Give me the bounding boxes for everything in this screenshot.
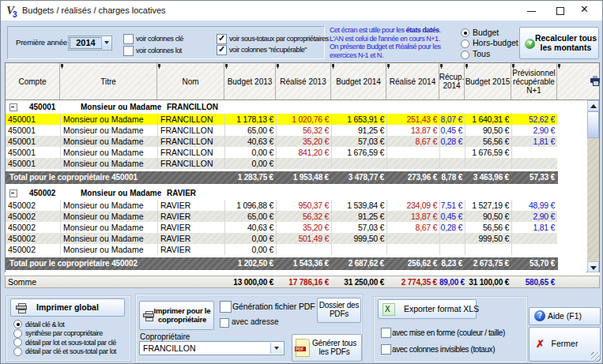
column-splitter-pin-icon[interactable] bbox=[558, 64, 560, 67]
vertical-scrollbar[interactable] bbox=[587, 100, 599, 272]
group-total-cell: 3 463,96 € bbox=[465, 171, 511, 184]
amount-cell: 56,32 € bbox=[276, 211, 331, 222]
amount-cell: 65,00 € bbox=[224, 125, 276, 136]
budget-filter-radio[interactable] bbox=[461, 51, 469, 59]
amount-cell bbox=[331, 244, 386, 255]
owner-combobox-value: FRANCILLON bbox=[143, 343, 196, 353]
column-header-9[interactable]: Budget 2015 bbox=[465, 63, 511, 99]
radio-dot-icon bbox=[464, 32, 467, 35]
table-row[interactable]: 450001Monsieur ou MadameFRANCILLON0,00 € bbox=[6, 158, 557, 169]
budget-filter-radio[interactable] bbox=[461, 39, 469, 48]
text-cell: Monsieur ou Madame bbox=[60, 200, 157, 211]
amount-cell bbox=[465, 158, 511, 169]
generate-all-pdfs-button[interactable]: PDF Générer tous les PDFs bbox=[292, 334, 362, 362]
print-owner-button[interactable]: Imprimer pour le copropriétaire bbox=[139, 301, 214, 330]
column-header-5[interactable]: Réalisé 2013 bbox=[276, 63, 331, 99]
group-total-cell: 3 478,77 € bbox=[331, 171, 386, 184]
print-option-radio[interactable] bbox=[13, 338, 22, 347]
column-header-4[interactable]: Budget 2013 bbox=[224, 63, 276, 99]
scroll-up-button[interactable] bbox=[587, 100, 599, 111]
column-header-1[interactable]: Compte bbox=[6, 63, 60, 99]
resize-grip[interactable] bbox=[591, 352, 601, 362]
with-address-checkbox[interactable] bbox=[220, 318, 229, 328]
collapse-icon[interactable] bbox=[9, 103, 17, 111]
view-option-checkbox[interactable] bbox=[123, 34, 134, 44]
group-name: FRANCILLON bbox=[167, 100, 218, 114]
column-header-2[interactable]: Titre bbox=[60, 63, 157, 99]
pdf-generation-label: Génération fichier PDF bbox=[232, 302, 315, 311]
text-cell: 450002 bbox=[6, 222, 60, 233]
view-option-checkbox[interactable]: ✓ bbox=[217, 34, 227, 44]
amount-cell bbox=[511, 158, 557, 169]
table-row[interactable]: 450001Monsieur ou MadameFRANCILLON40,63 … bbox=[6, 136, 557, 147]
amount-cell: 91,25 € bbox=[331, 211, 386, 222]
column-header-8[interactable]: Récup. 2014 bbox=[439, 63, 465, 99]
table-row[interactable]: 450002Monsieur ou MadameRAVIER1 096,88 €… bbox=[6, 200, 557, 211]
table-row[interactable]: 450002Monsieur ou MadameRAVIER40,63 €35,… bbox=[6, 222, 557, 233]
export-xls-button[interactable]: X Exporter format XLS bbox=[378, 299, 477, 319]
group-header-row[interactable]: 450002Monsieur ou MadameRAVIER bbox=[6, 186, 586, 200]
table-row[interactable]: 450002Monsieur ou MadameRAVIER0,00 €501,… bbox=[6, 233, 557, 244]
group-total-cell: 1 543,36 € bbox=[276, 257, 331, 270]
table-row[interactable]: 450002Monsieur ou MadameRAVIER65,00 €56,… bbox=[6, 211, 557, 222]
table-row[interactable]: 450001Monsieur ou MadameFRANCILLON1 178,… bbox=[6, 114, 557, 125]
first-year-combobox[interactable]: 2014 bbox=[68, 36, 112, 51]
group-header-row[interactable]: 450001Monsieur ou MadameFRANCILLON bbox=[6, 100, 586, 114]
budget-filter-label: Hors-budget bbox=[473, 38, 518, 47]
first-year-dropdown-button[interactable] bbox=[101, 36, 111, 48]
group-total-cell: 2 687,62 € bbox=[331, 257, 386, 270]
text-cell: 450002 bbox=[6, 244, 60, 255]
print-option-label: détail clé & lot bbox=[25, 321, 64, 328]
column-header-10[interactable]: Prévisionnel récupérable N+1 bbox=[511, 63, 557, 99]
amount-cell: 13,87 € bbox=[386, 125, 439, 136]
view-option-label: voir colonnes clé bbox=[136, 35, 183, 43]
sum-row: Somme 13 000,00 €17 786,16 €31 250,00 €2… bbox=[5, 276, 600, 288]
amount-cell: 1,81 € bbox=[511, 222, 557, 233]
column-header-7[interactable]: Réalisé 2014 bbox=[386, 63, 439, 99]
column-header-6[interactable]: Budget 2014 bbox=[331, 63, 386, 99]
print-global-button[interactable]: Imprimer global bbox=[10, 298, 125, 317]
pdf-generation-checkbox[interactable] bbox=[220, 301, 232, 313]
amount-cell: 90,50 € bbox=[465, 125, 511, 136]
owner-dropdown-button[interactable] bbox=[270, 343, 283, 354]
xls-option-checkbox[interactable] bbox=[381, 328, 391, 338]
amount-cell bbox=[511, 244, 557, 255]
table-print-icon[interactable] bbox=[590, 76, 600, 84]
print-option-radio[interactable] bbox=[13, 347, 22, 356]
close-window-button[interactable]: ✗ Fermer bbox=[529, 327, 601, 362]
budget-filter-label: Budget bbox=[473, 28, 499, 37]
scrollbar-thumb[interactable] bbox=[587, 111, 599, 138]
budget-filter-radio[interactable] bbox=[461, 28, 469, 37]
help-button[interactable]: ? Aide (F1) bbox=[529, 307, 601, 325]
recalculate-button[interactable]: Recalculer tous les montants bbox=[519, 27, 599, 59]
table-row[interactable]: 450002Monsieur ou MadameRAVIER0,00 € bbox=[6, 244, 557, 255]
radio-dot-icon bbox=[17, 323, 20, 326]
sum-cell: 13 000,00 € bbox=[224, 277, 276, 288]
xls-option-checkbox[interactable] bbox=[381, 344, 391, 355]
close-button[interactable]: ✕ bbox=[571, 1, 603, 21]
owner-combobox[interactable]: FRANCILLON bbox=[139, 341, 285, 355]
print-option-radio[interactable] bbox=[13, 320, 22, 328]
scroll-down-button[interactable] bbox=[587, 261, 599, 272]
table-row[interactable]: 450001Monsieur ou MadameFRANCILLON0,00 €… bbox=[6, 147, 557, 158]
collapse-icon[interactable] bbox=[9, 190, 17, 197]
amount-cell: 57,03 € bbox=[331, 136, 386, 147]
amount-cell: 0,28 € bbox=[439, 136, 465, 147]
amount-cell: 8,67 € bbox=[386, 222, 439, 233]
text-cell: FRANCILLON bbox=[157, 136, 224, 147]
group-total-cell: 2 673,75 € bbox=[465, 257, 511, 270]
amount-cell: 1 020,76 € bbox=[276, 114, 331, 125]
group-total-cell: 53,70 € bbox=[511, 257, 557, 270]
text-cell: 450001 bbox=[6, 125, 60, 136]
amount-cell bbox=[439, 147, 465, 158]
group-title: Monsieur ou Madame bbox=[81, 186, 161, 200]
view-option-checkbox[interactable]: ✓ bbox=[217, 45, 227, 55]
maximize-icon bbox=[556, 7, 564, 15]
view-option-checkbox[interactable] bbox=[123, 46, 134, 56]
print-option-radio[interactable] bbox=[13, 329, 22, 338]
column-header-3[interactable]: Nom bbox=[157, 63, 224, 99]
amount-cell: 501,49 € bbox=[276, 233, 331, 244]
table-row[interactable]: 450001Monsieur ou MadameFRANCILLON65,00 … bbox=[6, 125, 557, 136]
pdf-folder-button[interactable]: Dossier des PDFs bbox=[317, 298, 361, 323]
amount-cell bbox=[276, 158, 331, 169]
